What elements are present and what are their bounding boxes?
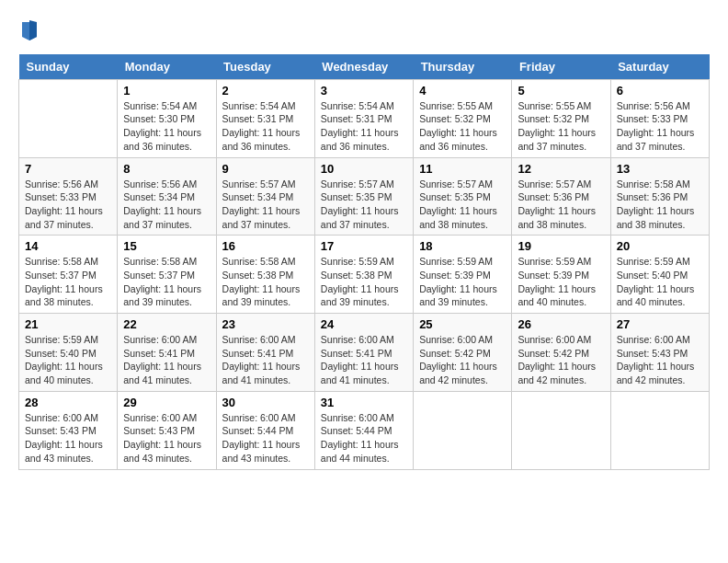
calendar-day-cell: 7Sunrise: 5:56 AM Sunset: 5:33 PM Daylig… (19, 157, 118, 236)
calendar-day-cell (19, 79, 118, 157)
calendar-week-row: 1Sunrise: 5:54 AM Sunset: 5:30 PM Daylig… (19, 79, 710, 157)
day-info: Sunrise: 5:56 AM Sunset: 5:33 PM Dayligh… (617, 99, 703, 154)
calendar-day-cell: 30Sunrise: 6:00 AM Sunset: 5:44 PM Dayli… (216, 391, 314, 469)
calendar-day-cell: 26Sunrise: 6:00 AM Sunset: 5:42 PM Dayli… (512, 314, 610, 392)
calendar-day-cell: 23Sunrise: 6:00 AM Sunset: 5:41 PM Dayli… (216, 314, 314, 392)
day-info: Sunrise: 5:59 AM Sunset: 5:40 PM Dayligh… (617, 255, 703, 309)
day-info: Sunrise: 5:58 AM Sunset: 5:37 PM Dayligh… (123, 255, 210, 309)
calendar-day-cell: 25Sunrise: 6:00 AM Sunset: 5:42 PM Dayli… (414, 314, 512, 392)
calendar-day-cell: 5Sunrise: 5:55 AM Sunset: 5:32 PM Daylig… (512, 79, 610, 157)
day-number: 1 (123, 84, 210, 98)
day-of-week-header: Sunday (19, 54, 118, 80)
day-number: 26 (518, 317, 604, 331)
day-info: Sunrise: 5:56 AM Sunset: 5:34 PM Dayligh… (123, 178, 210, 232)
day-number: 22 (123, 317, 210, 331)
day-of-week-header: Tuesday (216, 54, 314, 80)
day-number: 14 (25, 239, 111, 253)
day-number: 30 (222, 396, 309, 409)
calendar-day-cell (512, 391, 610, 469)
calendar-day-cell: 13Sunrise: 5:58 AM Sunset: 5:36 PM Dayli… (610, 157, 709, 236)
calendar-day-cell (610, 391, 709, 469)
calendar-day-cell: 27Sunrise: 6:00 AM Sunset: 5:43 PM Dayli… (610, 314, 709, 392)
day-info: Sunrise: 6:00 AM Sunset: 5:41 PM Dayligh… (321, 333, 407, 387)
day-info: Sunrise: 5:58 AM Sunset: 5:36 PM Dayligh… (617, 178, 703, 232)
day-number: 31 (321, 396, 407, 409)
day-info: Sunrise: 5:57 AM Sunset: 5:36 PM Dayligh… (518, 178, 604, 232)
day-number: 13 (617, 162, 703, 176)
calendar-week-row: 7Sunrise: 5:56 AM Sunset: 5:33 PM Daylig… (19, 157, 710, 236)
calendar-day-cell: 11Sunrise: 5:57 AM Sunset: 5:35 PM Dayli… (414, 157, 512, 236)
logo-text (18, 18, 39, 45)
calendar-day-cell: 4Sunrise: 5:55 AM Sunset: 5:32 PM Daylig… (414, 79, 512, 157)
day-info: Sunrise: 6:00 AM Sunset: 5:43 PM Dayligh… (25, 411, 111, 465)
calendar-body: 1Sunrise: 5:54 AM Sunset: 5:30 PM Daylig… (19, 79, 710, 469)
day-info: Sunrise: 5:54 AM Sunset: 5:31 PM Dayligh… (321, 99, 407, 154)
day-number: 20 (617, 239, 703, 253)
day-number: 3 (321, 84, 407, 98)
day-number: 28 (25, 396, 111, 409)
day-number: 21 (25, 317, 111, 331)
calendar-day-cell: 21Sunrise: 5:59 AM Sunset: 5:40 PM Dayli… (19, 314, 118, 392)
day-number: 24 (321, 317, 407, 331)
logo (18, 18, 39, 45)
calendar-day-cell: 24Sunrise: 6:00 AM Sunset: 5:41 PM Dayli… (314, 314, 413, 392)
day-number: 18 (419, 239, 506, 253)
day-info: Sunrise: 5:59 AM Sunset: 5:39 PM Dayligh… (419, 255, 506, 309)
day-number: 15 (123, 239, 210, 253)
day-of-week-header: Friday (512, 54, 610, 80)
day-number: 29 (123, 396, 210, 409)
day-number: 7 (25, 162, 111, 176)
day-number: 5 (518, 84, 604, 98)
day-number: 8 (123, 162, 210, 176)
day-number: 17 (321, 239, 407, 253)
calendar-day-cell: 31Sunrise: 6:00 AM Sunset: 5:44 PM Dayli… (314, 391, 413, 469)
day-info: Sunrise: 5:58 AM Sunset: 5:37 PM Dayligh… (25, 255, 111, 309)
calendar-week-row: 21Sunrise: 5:59 AM Sunset: 5:40 PM Dayli… (19, 314, 710, 392)
day-of-week-header: Thursday (414, 54, 512, 80)
day-info: Sunrise: 5:59 AM Sunset: 5:39 PM Dayligh… (518, 255, 604, 309)
calendar-day-cell (414, 391, 512, 469)
calendar-day-cell: 28Sunrise: 6:00 AM Sunset: 5:43 PM Dayli… (19, 391, 118, 469)
day-info: Sunrise: 5:57 AM Sunset: 5:35 PM Dayligh… (321, 178, 407, 232)
day-number: 27 (617, 317, 703, 331)
calendar-day-cell: 16Sunrise: 5:58 AM Sunset: 5:38 PM Dayli… (216, 236, 314, 314)
day-number: 23 (222, 317, 309, 331)
calendar-day-cell: 10Sunrise: 5:57 AM Sunset: 5:35 PM Dayli… (314, 157, 413, 236)
day-info: Sunrise: 6:00 AM Sunset: 5:42 PM Dayligh… (518, 333, 604, 387)
day-info: Sunrise: 6:00 AM Sunset: 5:41 PM Dayligh… (123, 333, 210, 387)
day-number: 11 (419, 162, 506, 176)
day-info: Sunrise: 5:59 AM Sunset: 5:40 PM Dayligh… (25, 333, 111, 387)
day-number: 2 (222, 84, 309, 98)
calendar-day-cell: 29Sunrise: 6:00 AM Sunset: 5:43 PM Dayli… (118, 391, 216, 469)
day-info: Sunrise: 5:56 AM Sunset: 5:33 PM Dayligh… (25, 178, 111, 232)
page-header (18, 18, 710, 45)
day-info: Sunrise: 5:55 AM Sunset: 5:32 PM Dayligh… (419, 99, 506, 154)
calendar-table: SundayMondayTuesdayWednesdayThursdayFrid… (18, 54, 710, 470)
calendar-day-cell: 2Sunrise: 5:54 AM Sunset: 5:31 PM Daylig… (216, 79, 314, 157)
calendar-week-row: 14Sunrise: 5:58 AM Sunset: 5:37 PM Dayli… (19, 236, 710, 314)
day-info: Sunrise: 6:00 AM Sunset: 5:43 PM Dayligh… (617, 333, 703, 387)
calendar-day-cell: 6Sunrise: 5:56 AM Sunset: 5:33 PM Daylig… (610, 79, 709, 157)
day-of-week-header: Wednesday (314, 54, 413, 80)
day-info: Sunrise: 5:54 AM Sunset: 5:30 PM Dayligh… (123, 99, 210, 154)
day-of-week-header: Monday (118, 54, 216, 80)
day-info: Sunrise: 5:59 AM Sunset: 5:38 PM Dayligh… (321, 255, 407, 309)
calendar-day-cell: 19Sunrise: 5:59 AM Sunset: 5:39 PM Dayli… (512, 236, 610, 314)
calendar-day-cell: 14Sunrise: 5:58 AM Sunset: 5:37 PM Dayli… (19, 236, 118, 314)
svg-marker-1 (29, 20, 37, 40)
day-info: Sunrise: 5:54 AM Sunset: 5:31 PM Dayligh… (222, 99, 309, 154)
calendar-day-cell: 18Sunrise: 5:59 AM Sunset: 5:39 PM Dayli… (414, 236, 512, 314)
calendar-day-cell: 20Sunrise: 5:59 AM Sunset: 5:40 PM Dayli… (610, 236, 709, 314)
calendar-day-cell: 1Sunrise: 5:54 AM Sunset: 5:30 PM Daylig… (118, 79, 216, 157)
day-number: 25 (419, 317, 506, 331)
calendar-day-cell: 8Sunrise: 5:56 AM Sunset: 5:34 PM Daylig… (118, 157, 216, 236)
day-number: 6 (617, 84, 703, 98)
day-info: Sunrise: 6:00 AM Sunset: 5:41 PM Dayligh… (222, 333, 309, 387)
calendar-day-cell: 12Sunrise: 5:57 AM Sunset: 5:36 PM Dayli… (512, 157, 610, 236)
day-number: 19 (518, 239, 604, 253)
day-info: Sunrise: 5:57 AM Sunset: 5:34 PM Dayligh… (222, 178, 309, 232)
logo-icon (20, 18, 39, 40)
day-info: Sunrise: 6:00 AM Sunset: 5:44 PM Dayligh… (222, 411, 309, 465)
calendar-day-cell: 9Sunrise: 5:57 AM Sunset: 5:34 PM Daylig… (216, 157, 314, 236)
day-info: Sunrise: 5:55 AM Sunset: 5:32 PM Dayligh… (518, 99, 604, 154)
